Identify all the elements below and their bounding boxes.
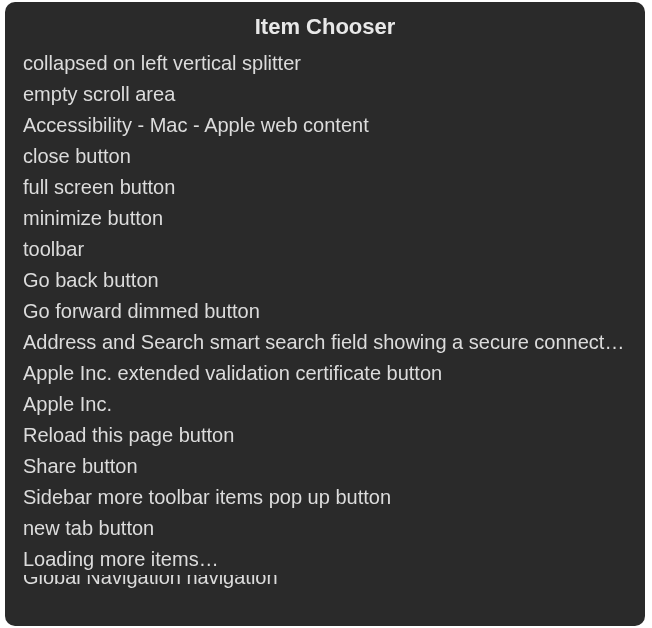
list-item[interactable]: full screen button [23, 172, 645, 203]
list-item[interactable]: Sidebar more toolbar items pop up button [23, 482, 645, 513]
list-item[interactable]: minimize button [23, 203, 645, 234]
list-item[interactable]: Apple Inc. [23, 389, 645, 420]
list-item[interactable]: Go back button [23, 265, 645, 296]
item-list[interactable]: collapsed on left vertical splitter empt… [5, 48, 645, 626]
list-item[interactable]: Reload this page button [23, 420, 645, 451]
list-item[interactable]: collapsed on left vertical splitter [23, 48, 645, 79]
item-chooser-panel: Item Chooser collapsed on left vertical … [5, 2, 645, 626]
list-item[interactable]: Loading more items… [23, 544, 645, 575]
list-item[interactable]: empty scroll area [23, 79, 645, 110]
list-item[interactable]: toolbar [23, 234, 645, 265]
list-item[interactable]: Go forward dimmed button [23, 296, 645, 327]
list-item[interactable]: Address and Search smart search field sh… [23, 327, 645, 358]
list-item[interactable]: Apple Inc. extended validation certifica… [23, 358, 645, 389]
panel-title: Item Chooser [5, 2, 645, 48]
list-item[interactable]: close button [23, 141, 645, 172]
list-item[interactable]: Accessibility - Mac - Apple web content [23, 110, 645, 141]
list-item[interactable]: Share button [23, 451, 645, 482]
list-item[interactable]: Global Navigation navigation [23, 575, 645, 589]
list-item[interactable]: new tab button [23, 513, 645, 544]
